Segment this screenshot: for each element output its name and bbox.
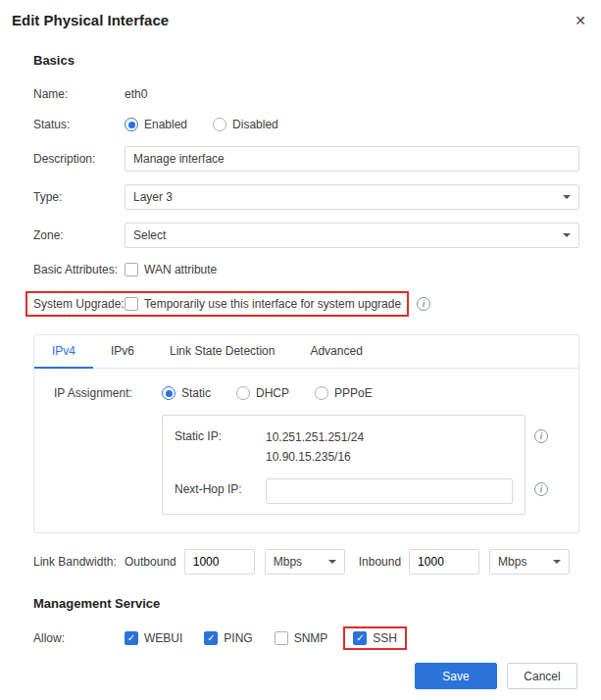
zone-select-value: Select (133, 228, 166, 242)
system-upgrade-checkbox-label: Temporarily use this interface for syste… (144, 297, 401, 311)
allow-option-ping[interactable]: PING (204, 631, 252, 645)
radio-static-icon (162, 386, 175, 400)
save-button[interactable]: Save (415, 663, 497, 689)
outbound-input[interactable] (184, 549, 255, 575)
description-input[interactable] (125, 146, 579, 172)
chevron-down-icon (553, 560, 561, 568)
system-upgrade-checkbox (125, 297, 138, 311)
ip-assignment-option-dhcp[interactable]: DHCP (236, 386, 289, 400)
ssh-label: SSH (373, 631, 397, 645)
tab-advanced[interactable]: Advanced (292, 335, 379, 369)
next-hop-label: Next-Hop IP: (175, 478, 266, 496)
basics-heading: Basics (33, 53, 579, 68)
basic-attributes-row: Basic Attributes: WAN attribute (33, 261, 579, 278)
status-option-disabled[interactable]: Disabled (213, 118, 278, 131)
allow-option-snmp[interactable]: SNMP (275, 631, 328, 645)
outbound-label: Outbound (125, 555, 176, 569)
ip-assignment-label: IP Assignment: (54, 386, 162, 400)
ip-assignment-pppoe-label: PPPoE (334, 386, 373, 400)
webui-checkbox (125, 631, 138, 645)
radio-dhcp-icon (236, 386, 250, 400)
type-label: Type: (33, 190, 125, 204)
ping-label: PING (224, 631, 252, 645)
zone-label: Zone: (33, 228, 125, 242)
dialog-title: Edit Physical Interface (12, 12, 169, 28)
info-icon[interactable] (534, 482, 548, 496)
snmp-label: SNMP (294, 631, 328, 645)
wan-attribute-option[interactable]: WAN attribute (125, 263, 217, 276)
chevron-down-icon (563, 195, 571, 203)
ip-assignment-row: IP Assignment: Static DHCP PPPoE (54, 384, 559, 402)
inbound-input[interactable] (409, 549, 479, 575)
tab-ipv6[interactable]: IPv6 (93, 335, 152, 369)
static-ip-input[interactable]: 10.251.251.251/24 10.90.15.235/16 (266, 425, 513, 467)
dialog-header: Edit Physical Interface ✕ (12, 12, 589, 29)
radio-enabled-icon (125, 118, 138, 131)
webui-label: WEBUI (144, 631, 182, 645)
basic-attributes-label: Basic Attributes: (33, 263, 125, 276)
type-select[interactable]: Layer 3 (125, 184, 579, 210)
ping-checkbox (204, 631, 218, 645)
cancel-button[interactable]: Cancel (507, 663, 577, 689)
inbound-label: Inbound (359, 555, 401, 569)
management-service-heading: Management Service (33, 596, 579, 611)
next-hop-input[interactable] (266, 478, 513, 504)
zone-select[interactable]: Select (125, 223, 579, 248)
name-label: Name: (33, 87, 125, 101)
outbound-unit-select[interactable]: Mbps (265, 549, 345, 575)
status-option-enabled[interactable]: Enabled (125, 118, 187, 131)
name-row: Name: eth0 (33, 85, 579, 103)
zone-row: Zone: Select (33, 223, 579, 248)
dialog-footer: Save Cancel (33, 663, 579, 689)
link-bandwidth-row: Link Bandwidth: Outbound Mbps Inbound Mb… (33, 549, 579, 575)
status-option-disabled-label: Disabled (232, 118, 278, 131)
allow-option-webui[interactable]: WEBUI (125, 631, 182, 645)
allow-row: Allow: WEBUI PING SNMP SSH (33, 626, 579, 650)
status-option-enabled-label: Enabled (144, 118, 187, 131)
ip-assignment-static-label: Static (181, 386, 211, 400)
system-upgrade-option[interactable]: Temporarily use this interface for syste… (125, 297, 401, 311)
chevron-down-icon (563, 233, 571, 241)
static-ip-row: Static IP: 10.251.251.251/24 10.90.15.23… (175, 425, 513, 467)
dialog-body: Basics Name: eth0 Status: Enabled Disabl… (12, 53, 589, 689)
description-label: Description: (33, 152, 125, 166)
allow-option-ssh[interactable]: SSH (353, 631, 397, 645)
ipv4-tab-content: IP Assignment: Static DHCP PPPoE (34, 369, 578, 532)
allow-label: Allow: (33, 631, 125, 645)
wan-attribute-label: WAN attribute (144, 263, 217, 276)
ssh-checkbox (353, 631, 367, 645)
inbound-unit-value: Mbps (498, 555, 526, 569)
ssh-highlight: SSH (343, 626, 407, 650)
edit-physical-interface-dialog: Edit Physical Interface ✕ Basics Name: e… (0, 0, 601, 700)
name-value: eth0 (125, 87, 147, 101)
inbound-unit-select[interactable]: Mbps (489, 549, 570, 575)
ip-settings-panel: IPv4 IPv6 Link State Detection Advanced … (33, 334, 579, 533)
tab-ipv4[interactable]: IPv4 (34, 335, 93, 369)
tab-link-state-detection[interactable]: Link State Detection (152, 335, 292, 369)
wan-attribute-checkbox (125, 263, 138, 276)
next-hop-row: Next-Hop IP: (175, 478, 513, 504)
info-icon[interactable] (417, 297, 430, 311)
static-ip-label: Static IP: (175, 425, 266, 443)
snmp-checkbox (275, 631, 288, 645)
description-row: Description: (33, 146, 579, 172)
status-label: Status: (33, 118, 125, 131)
system-upgrade-highlight: System Upgrade: Temporarily use this int… (25, 291, 409, 317)
ip-assignment-dhcp-label: DHCP (256, 386, 289, 400)
type-row: Type: Layer 3 (33, 184, 579, 210)
radio-pppoe-icon (315, 386, 328, 400)
link-bandwidth-label: Link Bandwidth: (33, 555, 125, 569)
status-row: Status: Enabled Disabled (33, 116, 579, 133)
static-ip-panel: Static IP: 10.251.251.251/24 10.90.15.23… (162, 415, 526, 515)
system-upgrade-label: System Upgrade: (33, 297, 125, 311)
outbound-unit-value: Mbps (274, 555, 302, 569)
chevron-down-icon (328, 560, 336, 568)
system-upgrade-row: System Upgrade: Temporarily use this int… (33, 291, 579, 317)
tab-bar: IPv4 IPv6 Link State Detection Advanced (34, 335, 578, 369)
radio-disabled-icon (213, 118, 226, 131)
ip-assignment-option-static[interactable]: Static (162, 386, 211, 400)
close-icon[interactable]: ✕ (572, 12, 589, 29)
type-select-value: Layer 3 (133, 190, 173, 204)
info-icon[interactable] (534, 429, 548, 443)
ip-assignment-option-pppoe[interactable]: PPPoE (315, 386, 373, 400)
